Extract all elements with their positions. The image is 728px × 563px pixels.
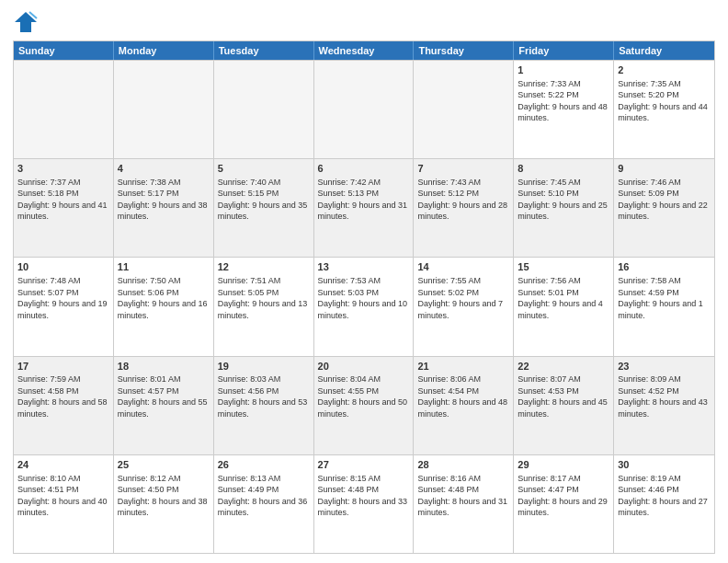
calendar-row-2: 10Sunrise: 7:48 AM Sunset: 5:07 PM Dayli… bbox=[14, 257, 714, 355]
day-number: 1 bbox=[518, 63, 609, 77]
calendar-row-0: 1Sunrise: 7:33 AM Sunset: 5:22 PM Daylig… bbox=[14, 60, 714, 158]
calendar-cell: 18Sunrise: 8:01 AM Sunset: 4:57 PM Dayli… bbox=[114, 357, 214, 454]
day-number: 9 bbox=[618, 162, 711, 176]
cell-daylight-info: Sunrise: 7:46 AM Sunset: 5:09 PM Dayligh… bbox=[618, 178, 708, 221]
cell-daylight-info: Sunrise: 8:19 AM Sunset: 4:46 PM Dayligh… bbox=[618, 474, 708, 517]
calendar-cell bbox=[214, 61, 314, 158]
cell-daylight-info: Sunrise: 8:16 AM Sunset: 4:48 PM Dayligh… bbox=[417, 474, 507, 517]
cell-daylight-info: Sunrise: 7:33 AM Sunset: 5:22 PM Dayligh… bbox=[518, 79, 608, 122]
calendar-cell bbox=[414, 61, 514, 158]
calendar-cell bbox=[314, 61, 415, 158]
calendar-cell: 5Sunrise: 7:40 AM Sunset: 5:15 PM Daylig… bbox=[214, 159, 314, 257]
calendar-cell: 7Sunrise: 7:43 AM Sunset: 5:12 PM Daylig… bbox=[414, 159, 514, 257]
calendar-row-4: 24Sunrise: 8:10 AM Sunset: 4:51 PM Dayli… bbox=[14, 454, 714, 553]
day-number: 20 bbox=[318, 360, 410, 373]
cell-daylight-info: Sunrise: 7:42 AM Sunset: 5:13 PM Dayligh… bbox=[318, 178, 408, 221]
day-number: 23 bbox=[618, 360, 711, 373]
calendar-cell: 4Sunrise: 7:38 AM Sunset: 5:17 PM Daylig… bbox=[114, 159, 214, 257]
cell-daylight-info: Sunrise: 7:37 AM Sunset: 5:18 PM Dayligh… bbox=[17, 178, 108, 221]
day-number: 2 bbox=[618, 63, 711, 77]
cell-daylight-info: Sunrise: 8:15 AM Sunset: 4:48 PM Dayligh… bbox=[318, 474, 408, 517]
cell-daylight-info: Sunrise: 7:56 AM Sunset: 5:01 PM Dayligh… bbox=[518, 276, 603, 319]
cell-daylight-info: Sunrise: 7:35 AM Sunset: 5:20 PM Dayligh… bbox=[618, 79, 708, 122]
header-monday: Monday bbox=[114, 41, 214, 60]
calendar-cell: 19Sunrise: 8:03 AM Sunset: 4:56 PM Dayli… bbox=[214, 357, 314, 454]
cell-daylight-info: Sunrise: 8:04 AM Sunset: 4:55 PM Dayligh… bbox=[318, 374, 408, 418]
day-number: 8 bbox=[518, 162, 609, 176]
day-number: 25 bbox=[118, 458, 210, 472]
cell-daylight-info: Sunrise: 7:43 AM Sunset: 5:12 PM Dayligh… bbox=[417, 178, 507, 221]
calendar-body: 1Sunrise: 7:33 AM Sunset: 5:22 PM Daylig… bbox=[14, 60, 714, 553]
logo-icon bbox=[13, 9, 39, 35]
calendar-cell: 8Sunrise: 7:45 AM Sunset: 5:10 PM Daylig… bbox=[514, 159, 614, 257]
calendar-cell: 28Sunrise: 8:16 AM Sunset: 4:48 PM Dayli… bbox=[414, 455, 514, 553]
cell-daylight-info: Sunrise: 8:12 AM Sunset: 4:50 PM Dayligh… bbox=[118, 474, 208, 517]
calendar-cell: 26Sunrise: 8:13 AM Sunset: 4:49 PM Dayli… bbox=[214, 455, 314, 553]
day-number: 28 bbox=[417, 458, 509, 472]
calendar-cell: 9Sunrise: 7:46 AM Sunset: 5:09 PM Daylig… bbox=[614, 159, 714, 257]
calendar-cell: 25Sunrise: 8:12 AM Sunset: 4:50 PM Dayli… bbox=[114, 455, 214, 553]
calendar-cell: 3Sunrise: 7:37 AM Sunset: 5:18 PM Daylig… bbox=[14, 159, 114, 257]
calendar-cell: 13Sunrise: 7:53 AM Sunset: 5:03 PM Dayli… bbox=[314, 258, 415, 355]
calendar-row-1: 3Sunrise: 7:37 AM Sunset: 5:18 PM Daylig… bbox=[14, 158, 714, 257]
cell-daylight-info: Sunrise: 7:51 AM Sunset: 5:05 PM Dayligh… bbox=[218, 276, 308, 319]
calendar-cell: 17Sunrise: 7:59 AM Sunset: 4:58 PM Dayli… bbox=[14, 357, 114, 454]
cell-daylight-info: Sunrise: 8:07 AM Sunset: 4:53 PM Dayligh… bbox=[518, 374, 608, 418]
cell-daylight-info: Sunrise: 7:55 AM Sunset: 5:02 PM Dayligh… bbox=[417, 276, 503, 319]
cell-daylight-info: Sunrise: 8:17 AM Sunset: 4:47 PM Dayligh… bbox=[518, 474, 608, 517]
header-wednesday: Wednesday bbox=[314, 41, 415, 60]
day-number: 24 bbox=[17, 458, 109, 472]
day-number: 5 bbox=[218, 162, 310, 176]
calendar: SundayMondayTuesdayWednesdayThursdayFrid… bbox=[13, 40, 715, 554]
day-number: 7 bbox=[417, 162, 509, 176]
calendar-cell: 11Sunrise: 7:50 AM Sunset: 5:06 PM Dayli… bbox=[114, 258, 214, 355]
cell-daylight-info: Sunrise: 7:58 AM Sunset: 4:59 PM Dayligh… bbox=[618, 276, 703, 319]
day-number: 30 bbox=[618, 458, 711, 472]
header-saturday: Saturday bbox=[614, 41, 714, 60]
day-number: 27 bbox=[318, 458, 410, 472]
calendar-cell: 10Sunrise: 7:48 AM Sunset: 5:07 PM Dayli… bbox=[14, 258, 114, 355]
day-number: 10 bbox=[17, 260, 109, 274]
day-number: 22 bbox=[518, 360, 609, 373]
page: SundayMondayTuesdayWednesdayThursdayFrid… bbox=[0, 0, 728, 563]
calendar-cell: 1Sunrise: 7:33 AM Sunset: 5:22 PM Daylig… bbox=[514, 61, 614, 158]
day-number: 21 bbox=[417, 360, 509, 373]
day-number: 4 bbox=[118, 162, 210, 176]
day-number: 11 bbox=[118, 260, 210, 274]
cell-daylight-info: Sunrise: 8:09 AM Sunset: 4:52 PM Dayligh… bbox=[618, 374, 708, 418]
calendar-header: SundayMondayTuesdayWednesdayThursdayFrid… bbox=[14, 41, 714, 60]
cell-daylight-info: Sunrise: 7:45 AM Sunset: 5:10 PM Dayligh… bbox=[518, 178, 608, 221]
calendar-cell: 24Sunrise: 8:10 AM Sunset: 4:51 PM Dayli… bbox=[14, 455, 114, 553]
calendar-cell: 14Sunrise: 7:55 AM Sunset: 5:02 PM Dayli… bbox=[414, 258, 514, 355]
calendar-cell: 12Sunrise: 7:51 AM Sunset: 5:05 PM Dayli… bbox=[214, 258, 314, 355]
cell-daylight-info: Sunrise: 7:38 AM Sunset: 5:17 PM Dayligh… bbox=[118, 178, 208, 221]
header-tuesday: Tuesday bbox=[214, 41, 314, 60]
day-number: 13 bbox=[318, 260, 410, 274]
header-friday: Friday bbox=[514, 41, 614, 60]
calendar-cell: 2Sunrise: 7:35 AM Sunset: 5:20 PM Daylig… bbox=[614, 61, 714, 158]
day-number: 3 bbox=[17, 162, 109, 176]
day-number: 19 bbox=[218, 360, 310, 373]
calendar-cell: 23Sunrise: 8:09 AM Sunset: 4:52 PM Dayli… bbox=[614, 357, 714, 454]
cell-daylight-info: Sunrise: 7:53 AM Sunset: 5:03 PM Dayligh… bbox=[318, 276, 408, 319]
cell-daylight-info: Sunrise: 8:03 AM Sunset: 4:56 PM Dayligh… bbox=[218, 374, 308, 418]
calendar-cell: 6Sunrise: 7:42 AM Sunset: 5:13 PM Daylig… bbox=[314, 159, 415, 257]
cell-daylight-info: Sunrise: 8:13 AM Sunset: 4:49 PM Dayligh… bbox=[218, 474, 308, 517]
day-number: 26 bbox=[218, 458, 310, 472]
cell-daylight-info: Sunrise: 7:40 AM Sunset: 5:15 PM Dayligh… bbox=[218, 178, 308, 221]
day-number: 6 bbox=[318, 162, 410, 176]
day-number: 18 bbox=[118, 360, 210, 373]
calendar-cell bbox=[114, 61, 214, 158]
calendar-cell: 16Sunrise: 7:58 AM Sunset: 4:59 PM Dayli… bbox=[614, 258, 714, 355]
day-number: 29 bbox=[518, 458, 609, 472]
calendar-cell: 15Sunrise: 7:56 AM Sunset: 5:01 PM Dayli… bbox=[514, 258, 614, 355]
cell-daylight-info: Sunrise: 8:10 AM Sunset: 4:51 PM Dayligh… bbox=[17, 474, 108, 517]
logo bbox=[13, 9, 42, 35]
calendar-cell: 21Sunrise: 8:06 AM Sunset: 4:54 PM Dayli… bbox=[414, 357, 514, 454]
header bbox=[13, 9, 715, 35]
cell-daylight-info: Sunrise: 7:59 AM Sunset: 4:58 PM Dayligh… bbox=[17, 374, 108, 418]
calendar-cell: 20Sunrise: 8:04 AM Sunset: 4:55 PM Dayli… bbox=[314, 357, 415, 454]
day-number: 12 bbox=[218, 260, 310, 274]
cell-daylight-info: Sunrise: 8:01 AM Sunset: 4:57 PM Dayligh… bbox=[118, 374, 208, 418]
day-number: 17 bbox=[17, 360, 109, 373]
